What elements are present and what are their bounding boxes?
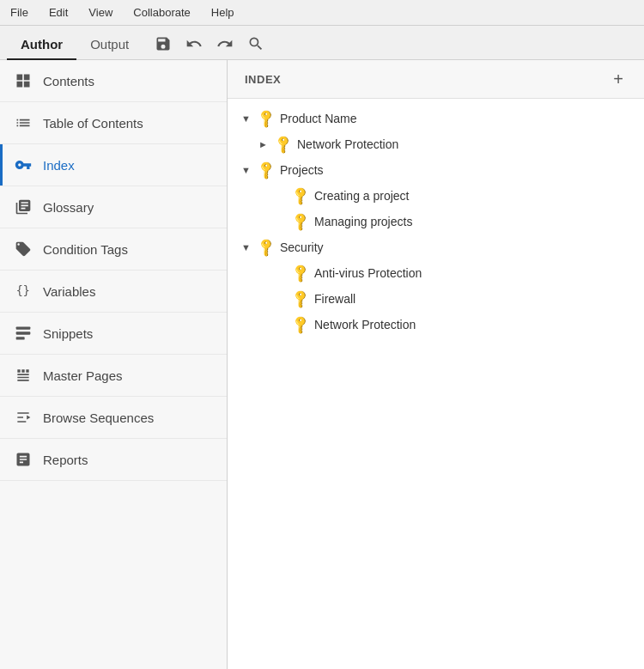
- sidebar-label-browse-sequences: Browse Sequences: [43, 411, 154, 425]
- condition-tags-icon: [14, 240, 33, 258]
- svg-marker-4: [27, 416, 30, 420]
- sidebar-label-reports: Reports: [43, 453, 88, 467]
- key-icon-antivirus: 🔑: [289, 262, 312, 284]
- sidebar-label-snippets: Snippets: [43, 326, 93, 341]
- save-icon: [155, 35, 172, 52]
- svg-rect-2: [16, 331, 31, 334]
- sidebar: Contents Table of Contents Index: [0, 60, 228, 669]
- tree-item-managing-projects[interactable]: ► 🔑 Managing projects: [228, 209, 644, 234]
- label-creating-project: Creating a project: [314, 189, 410, 203]
- sidebar-label-variables: Variables: [43, 284, 95, 299]
- sidebar-item-reports[interactable]: Reports: [0, 439, 227, 481]
- sidebar-item-master-pages[interactable]: Master Pages: [0, 355, 227, 397]
- index-icon: [14, 156, 33, 173]
- tree-item-creating-project[interactable]: ► 🔑 Creating a project: [228, 183, 644, 209]
- condition-tags-icon-svg: [15, 240, 32, 258]
- label-product-name: Product Name: [280, 112, 356, 125]
- sidebar-item-variables[interactable]: {} Variables: [0, 271, 227, 313]
- label-network-protection-1: Network Protection: [297, 137, 398, 151]
- index-icon-svg: [15, 156, 32, 173]
- toggle-product-name[interactable]: ▼: [241, 113, 253, 124]
- search-icon: [247, 35, 264, 52]
- tree-item-product-name[interactable]: ▼ 🔑 Product Name: [228, 106, 644, 131]
- sidebar-label-glossary: Glossary: [43, 200, 94, 215]
- browse-sequences-icon-svg: [15, 409, 32, 426]
- add-index-button[interactable]: +: [610, 70, 627, 88]
- glossary-icon: [14, 198, 33, 216]
- toggle-projects[interactable]: ▼: [241, 165, 253, 175]
- toc-icon-svg: [15, 114, 32, 131]
- key-icon-creating-project: 🔑: [289, 185, 312, 207]
- glossary-icon-svg: [15, 198, 32, 216]
- sidebar-label-condition-tags: Condition Tags: [43, 242, 128, 257]
- reports-icon: [14, 451, 33, 468]
- label-managing-projects: Managing projects: [314, 215, 412, 228]
- menu-file[interactable]: File: [7, 4, 32, 21]
- menu-view[interactable]: View: [85, 4, 116, 21]
- variables-icon: {}: [14, 283, 33, 300]
- reports-icon-svg: [15, 451, 32, 468]
- master-pages-icon-svg: [15, 367, 32, 384]
- redo-button[interactable]: [211, 32, 239, 59]
- index-tree: ▼ 🔑 Product Name ► 🔑 Network Protection …: [228, 99, 644, 344]
- label-projects: Projects: [280, 163, 324, 177]
- content-header: INDEX +: [228, 60, 644, 99]
- tree-item-network-protection-1[interactable]: ► 🔑 Network Protection: [228, 131, 644, 157]
- svg-rect-1: [16, 327, 31, 330]
- label-network-protection-2: Network Protection: [314, 318, 416, 331]
- contents-icon-svg: [15, 72, 32, 89]
- main-layout: Contents Table of Contents Index: [0, 60, 644, 669]
- sidebar-label-master-pages: Master Pages: [43, 368, 123, 383]
- contents-icon: [14, 72, 33, 89]
- toolbar: [149, 32, 270, 59]
- menu-collaborate[interactable]: Collaborate: [130, 4, 194, 21]
- panel-title: INDEX: [245, 73, 281, 86]
- menu-edit[interactable]: Edit: [46, 4, 71, 21]
- save-button[interactable]: [149, 32, 177, 59]
- sidebar-item-toc[interactable]: Table of Contents: [0, 102, 227, 144]
- sidebar-item-condition-tags[interactable]: Condition Tags: [0, 228, 227, 271]
- label-security: Security: [280, 240, 324, 254]
- sidebar-item-glossary[interactable]: Glossary: [0, 186, 227, 228]
- browse-sequences-icon: [14, 409, 33, 426]
- menu-bar: File Edit View Collaborate Help: [0, 0, 644, 26]
- tree-item-security[interactable]: ▼ 🔑 Security: [228, 234, 644, 260]
- sidebar-label-contents: Contents: [43, 74, 94, 88]
- snippets-icon: [14, 325, 33, 342]
- key-icon-managing-projects: 🔑: [289, 210, 312, 233]
- content-area: INDEX + ▼ 🔑 Product Name ► 🔑 Network Pro…: [228, 60, 644, 669]
- variables-icon-svg: {}: [15, 283, 32, 300]
- label-antivirus: Anti-virus Protection: [314, 266, 422, 280]
- undo-icon: [185, 35, 203, 52]
- sidebar-item-browse-sequences[interactable]: Browse Sequences: [0, 397, 227, 439]
- tab-bar: Author Output: [0, 26, 644, 60]
- redo-icon: [216, 35, 234, 52]
- menu-help[interactable]: Help: [208, 4, 238, 21]
- key-icon-firewall: 🔑: [289, 288, 312, 310]
- key-icon-security: 🔑: [255, 236, 277, 258]
- tree-item-network-protection-2[interactable]: ► 🔑 Network Protection: [228, 312, 644, 338]
- key-icon-product-name: 🔑: [255, 107, 277, 130]
- tree-item-projects[interactable]: ▼ 🔑 Projects: [228, 157, 644, 183]
- svg-text:{}: {}: [16, 284, 30, 297]
- toggle-network-protection-1[interactable]: ►: [258, 139, 270, 149]
- master-pages-icon: [14, 367, 33, 384]
- tree-item-antivirus[interactable]: ► 🔑 Anti-virus Protection: [228, 260, 644, 286]
- label-firewall: Firewall: [314, 292, 355, 306]
- toggle-security[interactable]: ▼: [241, 242, 253, 252]
- search-button[interactable]: [242, 32, 270, 59]
- tab-output[interactable]: Output: [76, 30, 143, 60]
- sidebar-label-toc: Table of Contents: [43, 116, 143, 131]
- undo-button[interactable]: [180, 32, 208, 59]
- tree-item-firewall[interactable]: ► 🔑 Firewall: [228, 286, 644, 312]
- svg-rect-3: [16, 337, 25, 339]
- key-icon-projects: 🔑: [255, 159, 277, 181]
- sidebar-item-contents[interactable]: Contents: [0, 60, 227, 102]
- sidebar-item-index[interactable]: Index: [0, 144, 227, 186]
- key-icon-network-protection-2: 🔑: [289, 313, 312, 336]
- tab-author[interactable]: Author: [7, 30, 76, 60]
- key-icon-network-protection-1: 🔑: [272, 133, 295, 155]
- sidebar-item-snippets[interactable]: Snippets: [0, 313, 227, 355]
- toc-icon: [14, 114, 33, 131]
- snippets-icon-svg: [15, 325, 32, 342]
